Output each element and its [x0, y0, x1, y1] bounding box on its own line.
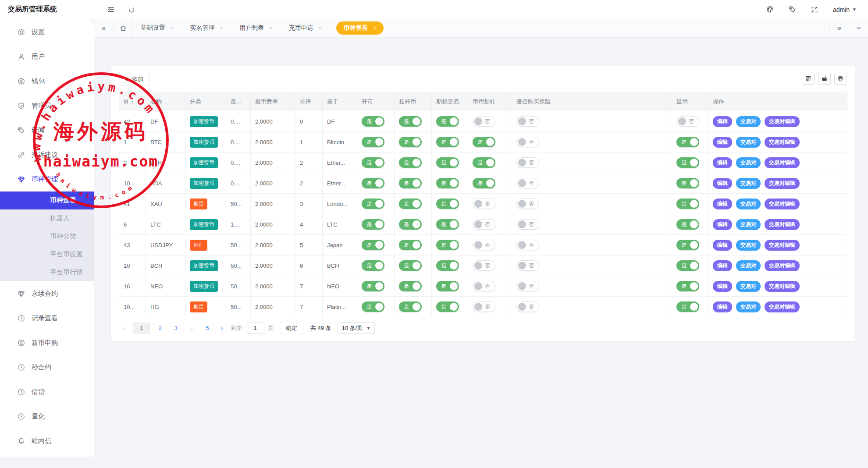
toggle-off[interactable]: 否	[516, 219, 539, 230]
toggle-off[interactable]: 否	[516, 157, 539, 168]
toggle-on[interactable]: 是	[676, 301, 699, 312]
action-编辑-button[interactable]: 编辑	[713, 137, 732, 148]
column-header-id[interactable]: id▲▼	[119, 92, 146, 111]
toggle-off[interactable]: 否	[516, 281, 539, 291]
page-number-1[interactable]: 1	[133, 323, 150, 334]
toggle-on[interactable]: 是	[362, 301, 384, 312]
action-交易对-button[interactable]: 交易对	[736, 137, 761, 148]
action-交易对编辑-button[interactable]: 交易对编辑	[765, 301, 800, 312]
toggle-on[interactable]: 是	[362, 116, 384, 127]
toggle-on[interactable]: 是	[362, 157, 384, 168]
toggle-on[interactable]: 是	[436, 157, 459, 168]
sidebar-item-投诉建议[interactable]: 投诉建议	[0, 142, 94, 167]
tab-实名管理[interactable]: 实名管理×	[182, 19, 232, 37]
toggle-off[interactable]: 否	[516, 116, 539, 127]
toggle-on[interactable]: 是	[676, 199, 699, 209]
toggle-on[interactable]: 是	[436, 137, 459, 147]
sidebar-subitem-平台币设置[interactable]: 平台币设置	[0, 245, 94, 263]
action-交易对编辑-button[interactable]: 交易对编辑	[765, 116, 800, 127]
toggle-on[interactable]: 是	[436, 178, 459, 188]
toggle-off[interactable]: 否	[473, 116, 495, 127]
toggle-off[interactable]: 否	[473, 260, 495, 271]
close-icon[interactable]: ×	[171, 25, 174, 32]
close-icon[interactable]: ×	[220, 25, 224, 32]
action-交易对编辑-button[interactable]: 交易对编辑	[765, 240, 800, 251]
sidebar-item-记录查看[interactable]: 记录查看	[0, 306, 94, 330]
close-icon[interactable]: ×	[373, 25, 377, 32]
action-交易对-button[interactable]: 交易对	[736, 260, 761, 271]
confirm-page-button[interactable]: 确定	[280, 322, 303, 334]
home-tab-button[interactable]	[114, 19, 133, 37]
toggle-off[interactable]: 否	[473, 219, 495, 230]
action-交易对-button[interactable]: 交易对	[736, 116, 761, 127]
toggle-on[interactable]: 是	[362, 199, 384, 209]
grid-columns-icon[interactable]	[802, 73, 815, 85]
toggle-on[interactable]: 是	[362, 137, 384, 147]
action-编辑-button[interactable]: 编辑	[713, 219, 732, 230]
sidebar-subitem-机器人[interactable]: 机器人	[0, 209, 94, 227]
toggle-on[interactable]: 是	[399, 240, 422, 250]
action-编辑-button[interactable]: 编辑	[713, 281, 732, 292]
action-编辑-button[interactable]: 编辑	[713, 199, 732, 209]
action-编辑-button[interactable]: 编辑	[713, 301, 732, 312]
sidebar-item-币种管理[interactable]: 币种管理	[0, 167, 94, 191]
tag-icon[interactable]	[789, 6, 796, 13]
toggle-on[interactable]: 是	[399, 301, 422, 312]
toggle-on[interactable]: 是	[473, 137, 495, 147]
sidebar-item-永续合约[interactable]: 永续合约	[0, 281, 94, 306]
toggle-on[interactable]: 是	[399, 260, 422, 271]
toggle-off[interactable]: 否	[676, 116, 699, 127]
toggle-on[interactable]: 是	[436, 240, 459, 250]
collapse-menu-icon[interactable]	[107, 6, 115, 13]
toggle-on[interactable]: 是	[473, 178, 495, 188]
toggle-on[interactable]: 是	[362, 281, 384, 291]
tab-基础设置[interactable]: 基础设置×	[133, 19, 182, 37]
export-icon[interactable]	[818, 73, 831, 85]
toggle-on[interactable]: 是	[473, 157, 495, 168]
tab-充币申请[interactable]: 充币申请×	[281, 19, 331, 37]
add-button[interactable]: + 添加	[119, 73, 149, 85]
toggle-off[interactable]: 否	[473, 301, 495, 312]
fullscreen-icon[interactable]	[811, 6, 818, 13]
action-交易对-button[interactable]: 交易对	[736, 199, 761, 209]
toggle-on[interactable]: 是	[399, 199, 422, 209]
action-编辑-button[interactable]: 编辑	[713, 240, 732, 251]
toggle-on[interactable]: 是	[399, 116, 422, 127]
page-size-select[interactable]: 10 条/页 ▼	[338, 322, 375, 334]
toggle-off[interactable]: 否	[473, 199, 495, 209]
action-交易对编辑-button[interactable]: 交易对编辑	[765, 219, 800, 230]
action-交易对编辑-button[interactable]: 交易对编辑	[765, 178, 800, 189]
toggle-on[interactable]: 是	[676, 157, 699, 168]
next-page-icon[interactable]: ›	[216, 323, 228, 334]
action-交易对-button[interactable]: 交易对	[736, 281, 761, 292]
sidebar-item-钱包[interactable]: 钱包	[0, 69, 94, 93]
toggle-on[interactable]: 是	[676, 219, 699, 230]
toggle-on[interactable]: 是	[362, 260, 384, 271]
toggle-on[interactable]: 是	[436, 199, 459, 209]
action-交易对-button[interactable]: 交易对	[736, 240, 761, 251]
toggle-on[interactable]: 是	[676, 260, 699, 271]
page-number-5[interactable]: 5	[201, 323, 213, 334]
refresh-icon[interactable]	[128, 6, 135, 13]
toggle-on[interactable]: 是	[362, 240, 384, 250]
toggle-on[interactable]: 是	[676, 281, 699, 291]
action-交易对编辑-button[interactable]: 交易对编辑	[765, 137, 800, 148]
toggle-on[interactable]: 是	[436, 260, 459, 271]
toggle-on[interactable]: 是	[436, 116, 459, 127]
toggle-on[interactable]: 是	[399, 178, 422, 188]
toggle-on[interactable]: 是	[436, 301, 459, 312]
toggle-on[interactable]: 是	[676, 240, 699, 250]
page-number-2[interactable]: 2	[154, 323, 166, 334]
toggle-on[interactable]: 是	[436, 219, 459, 230]
prev-page-icon[interactable]: ‹	[119, 323, 130, 334]
sidebar-subitem-币种分类[interactable]: 币种分类	[0, 227, 94, 245]
action-交易对-button[interactable]: 交易对	[736, 219, 761, 230]
sidebar-subitem-币种查看[interactable]: 币种查看	[0, 191, 94, 209]
page-jump-input[interactable]	[246, 322, 264, 334]
sidebar-item-管理员[interactable]: 管理员	[0, 93, 94, 118]
sort-icon[interactable]: ▲▼	[131, 100, 134, 104]
toggle-on[interactable]: 是	[436, 281, 459, 291]
page-number-3[interactable]: 3	[170, 323, 182, 334]
sidebar-subitem-平台币行情[interactable]: 平台币行情	[0, 263, 94, 281]
tab-用户列表[interactable]: 用户列表×	[231, 19, 281, 37]
